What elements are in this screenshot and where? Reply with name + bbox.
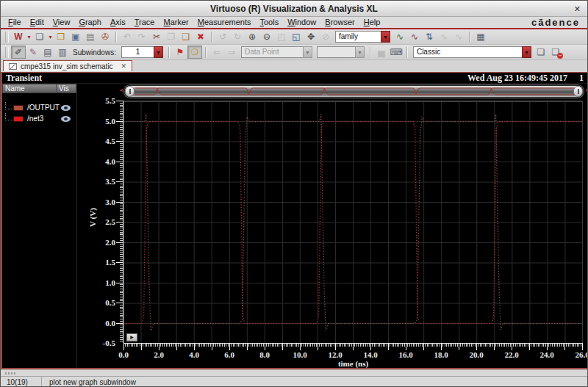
slider-left-handle[interactable]: [125, 86, 135, 97]
new-subwindow-dropdown[interactable]: ▾: [47, 30, 54, 43]
datapoint-combo[interactable]: Data Point▼: [241, 46, 312, 58]
visibility-eye-icon[interactable]: [61, 105, 71, 111]
menu-item-view[interactable]: View: [49, 17, 75, 28]
signal-row[interactable]: /OUTPUT: [2, 102, 76, 113]
name-column-header: Name: [3, 84, 57, 93]
toolbar-grip: [5, 47, 9, 58]
signal-list-panel: Name Vis /OUTPUT/net3: [2, 84, 77, 367]
overview-range-slider[interactable]: [124, 85, 584, 98]
subwindows-combo[interactable]: 1▼: [121, 46, 163, 58]
subwindows-combo-arrow-icon[interactable]: ▼: [154, 46, 163, 58]
family-combo[interactable]: family▼: [335, 31, 390, 43]
x-tick-label: 12.0: [323, 350, 348, 359]
new-subwindow-button[interactable]: ❏: [32, 30, 47, 43]
menu-bar: FileEditViewGraphAxisTraceMarkerMeasurem…: [1, 17, 587, 29]
table-button[interactable]: ▦: [473, 30, 488, 43]
delete-button[interactable]: ✖: [193, 30, 208, 43]
tab-cmpe315-inv-sim-schematic[interactable]: cmpe315 inv_sim schematic ✕: [3, 60, 132, 71]
print-button[interactable]: ▤: [83, 30, 98, 43]
new-window-dropdown[interactable]: ▾: [26, 30, 32, 43]
cadence-logo: cādence: [531, 17, 580, 28]
x-tick-label: 10.0: [287, 350, 312, 359]
menu-item-graph[interactable]: Graph: [74, 17, 106, 28]
remove-overlay-button[interactable]: ❏: [548, 46, 563, 59]
paste-button[interactable]: ❑: [179, 30, 193, 43]
status-count: 10(19): [1, 377, 42, 387]
resize-strip[interactable]: [1, 369, 588, 376]
style-combo-value: Classic: [413, 46, 522, 58]
style-combo-arrow-icon[interactable]: ▼: [522, 46, 531, 58]
datapoint-combo-arrow-icon[interactable]: ▼: [303, 46, 312, 58]
plot-strip-button[interactable]: ∿: [407, 30, 422, 43]
x-axis-ruler: [123, 343, 583, 350]
print-icon: ▤: [86, 32, 94, 42]
menu-item-tools[interactable]: Tools: [255, 17, 283, 28]
menu-item-window[interactable]: Window: [283, 17, 320, 28]
strip-play-button[interactable]: ▶: [126, 333, 137, 341]
zoom-out-icon: ⊖: [263, 32, 270, 42]
undo-button: ↶: [120, 30, 135, 43]
plot-append-icon: ⇅: [426, 32, 433, 42]
zoom-box-button[interactable]: ◱: [289, 30, 304, 43]
new-window-button[interactable]: W: [11, 30, 26, 43]
open-button[interactable]: ❒: [54, 30, 68, 43]
table-icon: ▦: [476, 32, 484, 42]
menu-item-help[interactable]: Help: [359, 17, 385, 28]
scroll-left-icon[interactable]: ◄: [118, 87, 123, 93]
signal-row[interactable]: /net3: [2, 113, 76, 124]
zoom-in-button[interactable]: ⊕: [245, 30, 259, 43]
fit-button[interactable]: ✥: [304, 30, 318, 43]
flag-button[interactable]: ⚑: [173, 46, 187, 59]
note-icon: ❍: [191, 47, 199, 57]
y-tick-label: 0.0: [90, 319, 115, 328]
plot-family-button[interactable]: ∿: [392, 30, 407, 43]
resize-grip[interactable]: [5, 372, 15, 375]
family-combo-arrow-icon[interactable]: ▼: [381, 31, 390, 43]
toolbar-separator: [469, 32, 470, 43]
visibility-eye-icon[interactable]: [61, 116, 71, 122]
menu-item-trace[interactable]: Trace: [130, 17, 159, 28]
menu-item-edit[interactable]: Edit: [26, 17, 49, 28]
menu-item-axis[interactable]: Axis: [106, 17, 130, 28]
note-button[interactable]: ❍: [187, 46, 202, 59]
style-combo[interactable]: Classic▼: [413, 46, 531, 58]
waveform-canvas[interactable]: [123, 101, 583, 343]
toolbar-separator: [168, 47, 170, 58]
horizontal-split-icon: ▤: [43, 47, 51, 57]
zoom-out-button[interactable]: ⊖: [259, 30, 274, 43]
secondary-combo[interactable]: ▼: [317, 46, 365, 58]
menu-item-browser[interactable]: Browser: [320, 17, 359, 28]
slider-right-handle[interactable]: [573, 86, 583, 97]
open-icon: ❒: [57, 32, 65, 42]
save-icon: ▣: [71, 32, 79, 42]
menu-item-file[interactable]: File: [4, 17, 26, 28]
secondary-combo-arrow-icon[interactable]: ▼: [355, 46, 365, 58]
fit-icon: ✥: [307, 32, 315, 42]
cut-button[interactable]: ✂: [149, 30, 164, 43]
y-tick-label: 5.5: [90, 96, 115, 105]
close-window-button[interactable]: ✕: [574, 1, 581, 17]
annotate-button[interactable]: ✎: [26, 46, 40, 59]
x-tick-label: 6.0: [217, 350, 242, 359]
tab-close-icon[interactable]: ✕: [121, 62, 127, 70]
plot-new-graph-button: ∿: [451, 30, 466, 43]
save-button[interactable]: ▣: [68, 30, 83, 43]
calculator-button[interactable]: ⌨: [389, 46, 404, 59]
horizontal-split-button[interactable]: ▤: [40, 46, 55, 59]
previous-view-button: ↺: [215, 30, 230, 43]
y-tick-label: 3.5: [90, 177, 115, 186]
y-tick-label: 2.5: [90, 217, 115, 226]
y-tick-label: 4.0: [90, 157, 115, 166]
cut-icon: ✂: [153, 32, 160, 42]
capture-image-button[interactable]: ✇: [98, 30, 112, 43]
scroll-right-icon[interactable]: ►: [585, 87, 588, 93]
add-overlay-button[interactable]: ❏: [534, 46, 548, 59]
subwindow-index: 1: [579, 73, 584, 84]
vertical-split-button[interactable]: ▥: [55, 46, 70, 59]
application-window: Virtuoso (R) Visualization & Analysis XL…: [0, 0, 588, 387]
menu-item-measurements[interactable]: Measurements: [193, 17, 256, 28]
x-tick-label: 20.0: [464, 350, 489, 359]
wizard-button[interactable]: ✐: [11, 46, 26, 59]
plot-append-button[interactable]: ⇅: [422, 30, 437, 43]
menu-item-marker[interactable]: Marker: [159, 17, 193, 28]
